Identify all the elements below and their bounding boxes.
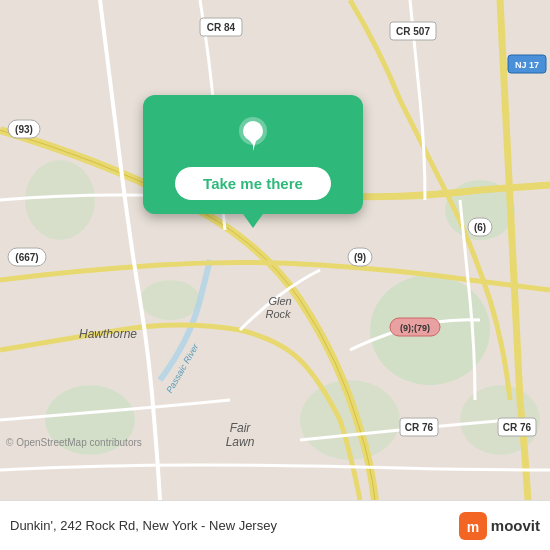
moovit-logo: m moovit [459, 512, 540, 540]
take-me-there-button[interactable]: Take me there [175, 167, 331, 200]
svg-text:CR 76: CR 76 [503, 422, 532, 433]
svg-text:CR 76: CR 76 [405, 422, 434, 433]
svg-text:NJ 17: NJ 17 [515, 60, 539, 70]
moovit-logo-text: moovit [491, 517, 540, 534]
svg-text:(9);(79): (9);(79) [400, 323, 430, 333]
svg-text:CR 507: CR 507 [396, 26, 430, 37]
svg-text:m: m [467, 519, 479, 535]
svg-text:Fair: Fair [230, 421, 252, 435]
bottom-bar: Dunkin', 242 Rock Rd, New York - New Jer… [0, 500, 550, 550]
svg-text:Hawthorne: Hawthorne [79, 327, 137, 341]
pin-icon [231, 113, 275, 157]
svg-text:(667): (667) [15, 252, 38, 263]
svg-point-6 [25, 160, 95, 240]
svg-text:(6): (6) [474, 222, 486, 233]
moovit-logo-icon: m [459, 512, 487, 540]
copyright-text: © OpenStreetMap contributors [6, 437, 142, 448]
location-info: Dunkin', 242 Rock Rd, New York - New Jer… [10, 518, 459, 533]
svg-text:(93): (93) [15, 124, 33, 135]
svg-text:Rock: Rock [265, 308, 291, 320]
location-text: Dunkin', 242 Rock Rd, New York - New Jer… [10, 518, 277, 533]
svg-text:Glen: Glen [268, 295, 291, 307]
svg-text:(9): (9) [354, 252, 366, 263]
location-popup: Take me there [143, 95, 363, 214]
svg-text:CR 84: CR 84 [207, 22, 236, 33]
map-container: CR 84 (93) CR 507 NJ 17 (667) (6) (9) (9… [0, 0, 550, 500]
svg-text:Lawn: Lawn [226, 435, 255, 449]
svg-point-4 [140, 280, 200, 320]
